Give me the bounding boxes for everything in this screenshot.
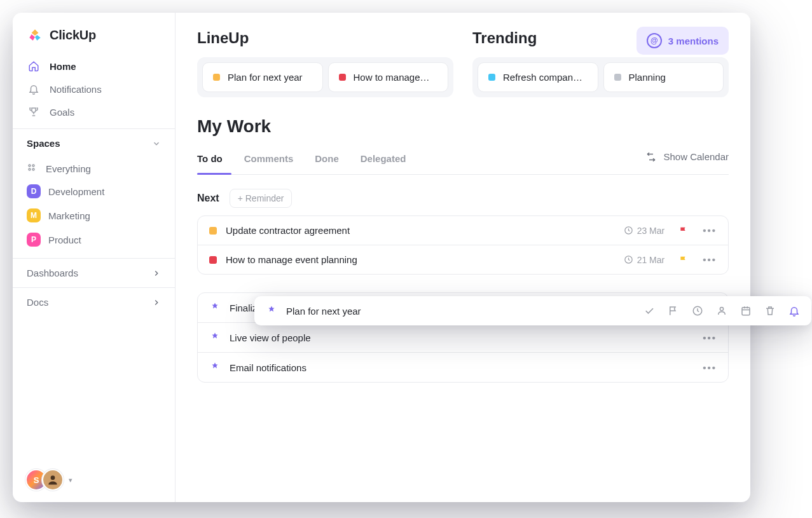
floater-actions bbox=[643, 305, 800, 317]
tab-todo[interactable]: To do bbox=[197, 147, 223, 174]
bell-icon bbox=[27, 83, 41, 95]
space-development[interactable]: D Development bbox=[19, 179, 169, 203]
nav-home[interactable]: Home bbox=[19, 55, 169, 78]
card-label: How to manage… bbox=[354, 72, 430, 83]
mentions-pill[interactable]: @ 3 mentions bbox=[637, 27, 729, 55]
tab-done[interactable]: Done bbox=[315, 147, 339, 174]
lineup-title: LineUp bbox=[197, 29, 453, 47]
status-square bbox=[209, 256, 217, 264]
svg-point-4 bbox=[51, 475, 55, 480]
more-icon[interactable]: ••• bbox=[703, 254, 717, 265]
svg-point-0 bbox=[29, 165, 31, 167]
check-icon[interactable] bbox=[643, 305, 655, 317]
reminder-icon bbox=[209, 332, 221, 343]
trending-card[interactable]: Planning bbox=[603, 62, 724, 92]
assignee-icon[interactable] bbox=[716, 305, 727, 317]
nav-docs[interactable]: Docs bbox=[13, 287, 175, 317]
space-badge: D bbox=[27, 184, 41, 198]
next-header: Next + Reminder bbox=[197, 189, 729, 208]
status-dot bbox=[488, 74, 495, 81]
primary-nav: Home Notifications Goals bbox=[13, 55, 175, 123]
reminder-icon bbox=[266, 305, 277, 317]
task-title: Update contractor agreement bbox=[226, 225, 615, 236]
more-icon[interactable]: ••• bbox=[703, 332, 717, 343]
next-label: Next bbox=[197, 193, 219, 204]
more-icon[interactable]: ••• bbox=[703, 362, 717, 373]
chevron-right-icon bbox=[152, 269, 161, 278]
svg-rect-9 bbox=[742, 308, 750, 315]
task-group-dated: Update contractor agreement 23 Mar ••• H… bbox=[197, 215, 729, 275]
nav-dashboards[interactable]: Dashboards bbox=[13, 258, 175, 287]
card-label: Plan for next year bbox=[228, 72, 303, 83]
spaces-header[interactable]: Spaces bbox=[13, 128, 175, 158]
user-switcher[interactable]: S ▾ bbox=[13, 458, 175, 502]
nav-notifications[interactable]: Notifications bbox=[19, 78, 169, 100]
lineup-card[interactable]: Plan for next year bbox=[202, 62, 323, 92]
brand[interactable]: ClickUp bbox=[13, 13, 175, 55]
status-dot bbox=[213, 74, 220, 81]
flag-icon[interactable] bbox=[678, 226, 689, 236]
task-row[interactable]: Email notifications ••• bbox=[198, 352, 728, 382]
svg-point-8 bbox=[720, 307, 723, 310]
chevron-right-icon bbox=[152, 298, 161, 307]
calendar-icon[interactable] bbox=[740, 305, 752, 317]
more-icon[interactable]: ••• bbox=[703, 225, 717, 236]
flag-icon[interactable] bbox=[668, 305, 679, 317]
clock-icon[interactable] bbox=[692, 305, 703, 317]
space-list: Everything D Development M Marketing P P… bbox=[13, 158, 175, 258]
space-badge: M bbox=[27, 208, 41, 222]
task-row[interactable]: Live view of people ••• bbox=[198, 322, 728, 352]
show-calendar-button[interactable]: Show Calendar bbox=[645, 151, 729, 170]
task-quick-actions[interactable]: Plan for next year bbox=[254, 296, 811, 325]
svg-point-3 bbox=[32, 168, 34, 170]
mywork-title: My Work bbox=[197, 116, 729, 137]
sidebar: ClickUp Home Notifications Goals bbox=[13, 13, 175, 502]
task-row[interactable]: Update contractor agreement 23 Mar ••• bbox=[198, 216, 728, 245]
task-title: Live view of people bbox=[230, 332, 694, 343]
mywork-tabs: To do Comments Done Delegated Show Calen… bbox=[197, 147, 729, 175]
card-label: Refresh compan… bbox=[503, 72, 582, 83]
brand-name: ClickUp bbox=[50, 28, 96, 43]
space-marketing[interactable]: M Marketing bbox=[19, 203, 169, 228]
trending-card[interactable]: Refresh compan… bbox=[478, 62, 598, 92]
nav-home-label: Home bbox=[50, 61, 76, 72]
nav-docs-label: Docs bbox=[27, 297, 48, 308]
reminder-icon bbox=[209, 362, 221, 373]
chevron-down-icon bbox=[152, 139, 161, 148]
nav-goals[interactable]: Goals bbox=[19, 100, 169, 123]
task-meta: 23 Mar ••• bbox=[624, 225, 717, 236]
floater-title: Plan for next year bbox=[286, 306, 635, 317]
status-dot bbox=[614, 74, 621, 81]
show-calendar-label: Show Calendar bbox=[663, 151, 729, 162]
mentions-label: 3 mentions bbox=[668, 36, 719, 46]
space-label: Product bbox=[48, 235, 81, 245]
space-everything-label: Everything bbox=[46, 163, 91, 174]
bell-icon[interactable] bbox=[788, 305, 800, 317]
main-content: LineUp Plan for next year How to manage…… bbox=[175, 13, 750, 502]
spaces-header-label: Spaces bbox=[27, 138, 60, 149]
trash-icon[interactable] bbox=[764, 305, 776, 317]
caret-down-icon: ▾ bbox=[69, 476, 72, 484]
nav-goals-label: Goals bbox=[50, 107, 74, 118]
add-reminder-button[interactable]: + Reminder bbox=[230, 189, 292, 208]
clickup-logo-icon bbox=[27, 27, 43, 43]
clock-icon bbox=[624, 226, 633, 235]
space-label: Development bbox=[48, 186, 104, 197]
space-everything[interactable]: Everything bbox=[19, 158, 169, 179]
space-product[interactable]: P Product bbox=[19, 228, 169, 252]
avatar-teammate bbox=[42, 469, 64, 491]
task-title: Email notifications bbox=[230, 362, 694, 373]
svg-point-2 bbox=[29, 168, 31, 170]
flag-icon[interactable] bbox=[678, 255, 689, 265]
clock-icon bbox=[624, 255, 633, 264]
svg-point-1 bbox=[32, 165, 34, 167]
task-row[interactable]: How to manage event planning 21 Mar ••• bbox=[198, 245, 728, 274]
lineup-card[interactable]: How to manage… bbox=[328, 62, 449, 92]
task-title: How to manage event planning bbox=[226, 254, 615, 265]
tab-comments[interactable]: Comments bbox=[244, 147, 294, 174]
space-badge: P bbox=[27, 233, 41, 247]
lineup-section: LineUp Plan for next year How to manage… bbox=[197, 29, 453, 97]
status-dot bbox=[339, 74, 346, 81]
calendar-toggle-icon bbox=[645, 151, 657, 163]
tab-delegated[interactable]: Delegated bbox=[361, 147, 406, 174]
